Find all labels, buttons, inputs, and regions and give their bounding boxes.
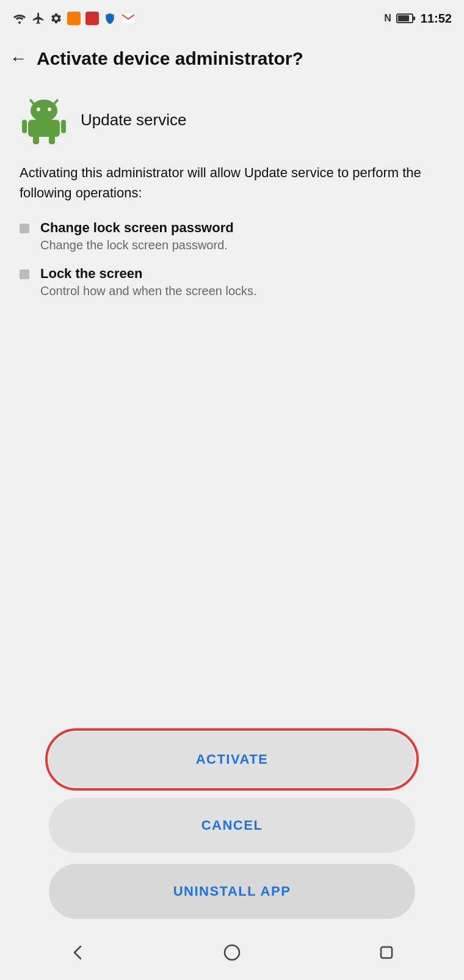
- airplane-icon: [32, 12, 45, 25]
- svg-point-15: [225, 945, 239, 960]
- svg-point-0: [18, 21, 21, 24]
- svg-rect-10: [28, 120, 60, 137]
- content-area: Update service Activating this administr…: [0, 81, 464, 326]
- svg-rect-4: [413, 16, 415, 20]
- permission-text-1: Change lock screen password Change the l…: [40, 220, 234, 252]
- nav-back-button[interactable]: [59, 934, 96, 971]
- uninstall-button[interactable]: UNINSTALL APP: [49, 864, 415, 919]
- permission-desc-2: Control how and when the screen locks.: [40, 284, 257, 298]
- page-header: ← Activate device administrator?: [0, 37, 464, 81]
- nav-recents-button[interactable]: [368, 934, 405, 971]
- nav-home-button[interactable]: [214, 934, 250, 971]
- permission-desc-1: Change the lock screen password.: [40, 238, 234, 252]
- svg-rect-16: [381, 947, 392, 958]
- svg-rect-3: [398, 15, 409, 21]
- nfc-icon: N: [384, 13, 391, 24]
- time-display: 11:52: [421, 12, 452, 26]
- permission-item-1: Change lock screen password Change the l…: [20, 220, 444, 252]
- buttons-area: ACTIVATE CANCEL UNINSTALL APP: [0, 732, 464, 919]
- settings-icon: [50, 12, 62, 24]
- permission-text-2: Lock the screen Control how and when the…: [40, 266, 257, 298]
- svg-point-8: [37, 108, 40, 111]
- permission-title-2: Lock the screen: [40, 266, 257, 282]
- app-name: Update service: [81, 111, 186, 130]
- back-button[interactable]: ←: [10, 49, 27, 68]
- permission-bullet-1: [20, 224, 29, 233]
- battery-icon: [396, 13, 416, 24]
- svg-rect-12: [61, 120, 66, 133]
- app-info: Update service: [20, 95, 444, 144]
- permission-item-2: Lock the screen Control how and when the…: [20, 266, 444, 298]
- svg-rect-11: [22, 120, 27, 133]
- nav-bar: [0, 925, 464, 980]
- shield-icon: [104, 12, 116, 25]
- wifi-icon: [12, 12, 27, 24]
- permission-bullet-2: [20, 269, 29, 279]
- android-robot-icon: [20, 95, 68, 144]
- gmail-icon: [121, 13, 136, 24]
- description-text: Activating this administrator will allow…: [20, 163, 444, 203]
- status-icons-left: [12, 12, 136, 25]
- cancel-button[interactable]: CANCEL: [49, 798, 415, 853]
- activate-button[interactable]: ACTIVATE: [49, 732, 415, 787]
- status-bar: N 11:52: [0, 0, 464, 37]
- status-icons-right: N 11:52: [384, 12, 452, 26]
- red-app-icon: [85, 12, 99, 25]
- permission-title-1: Change lock screen password: [40, 220, 234, 236]
- svg-point-9: [48, 108, 51, 111]
- page-title: Activate device administrator?: [37, 48, 303, 70]
- svg-rect-14: [49, 136, 55, 144]
- svg-point-7: [31, 100, 57, 122]
- orange-app-icon: [67, 12, 81, 25]
- svg-rect-13: [33, 136, 39, 144]
